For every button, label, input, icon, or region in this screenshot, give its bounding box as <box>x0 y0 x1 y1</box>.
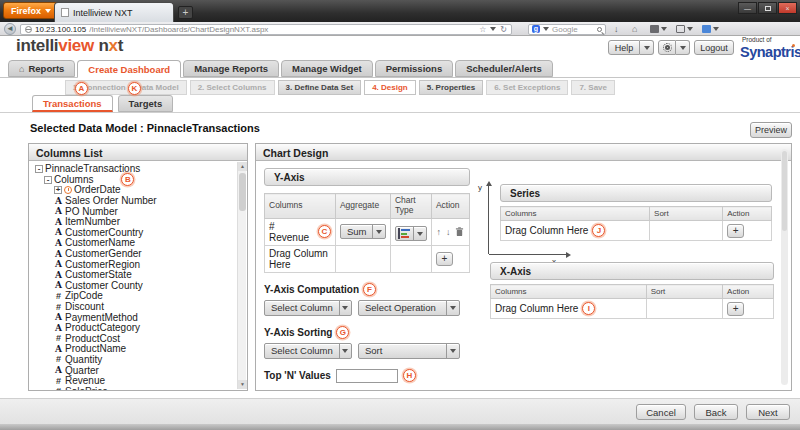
wizard-step[interactable]: 3. Define Data Set <box>278 80 362 95</box>
wizard-step[interactable]: 6. Set Exceptions <box>486 80 568 95</box>
move-up-icon[interactable]: ↑ <box>436 227 441 237</box>
nav-tab[interactable]: Scheduler/Alerts <box>455 60 553 77</box>
history-menu-button[interactable] <box>676 25 693 33</box>
drag-column-target[interactable]: Drag Column Here <box>265 245 336 272</box>
settings-dropdown-button[interactable] <box>676 40 690 55</box>
top-n-input[interactable] <box>336 369 398 383</box>
delete-icon[interactable] <box>455 227 464 237</box>
selected-data-model-value: PinnacleTransactions <box>147 122 260 134</box>
column-type-icon <box>54 303 63 312</box>
chart-design-scrollbar[interactable] <box>781 149 788 385</box>
tree-column-item[interactable]: + Customer County <box>32 281 237 292</box>
wizard-step[interactable]: 7. Save <box>571 80 615 95</box>
preview-button[interactable]: Preview <box>750 122 792 138</box>
url-dropdown-icon[interactable] <box>490 27 496 31</box>
nav-tab[interactable]: Manage Reports <box>183 60 279 77</box>
url-path: /IntelliviewNXT/Dashboards/ChartDesignNX… <box>89 25 268 34</box>
nav-tab[interactable]: Manage Widget <box>281 60 373 77</box>
tree-column-item[interactable]: + Quarter <box>32 365 237 376</box>
column-type-icon <box>54 387 63 390</box>
x-axis-drop-row: Drag Column Here I + <box>491 299 774 319</box>
maximize-button[interactable] <box>758 2 777 14</box>
scrollbar-thumb[interactable] <box>782 151 787 231</box>
tree-column-item[interactable]: + Revenue <box>32 376 237 387</box>
tree-column-item[interactable]: + ProductName <box>32 344 237 355</box>
help-button[interactable]: Help <box>608 40 640 55</box>
help-dropdown-button[interactable] <box>640 40 654 55</box>
tree-column-item[interactable]: + ItemNumber <box>32 217 237 228</box>
search-input[interactable]: g Google <box>528 24 606 36</box>
tree-column-item[interactable]: + ProductCategory <box>32 323 237 334</box>
tree-column-item[interactable]: + SalePrice <box>32 386 237 390</box>
expand-icon[interactable]: + <box>54 186 62 194</box>
tree-column-item[interactable]: + Sales Order Number <box>32 196 237 207</box>
cancel-button[interactable]: Cancel <box>636 404 686 420</box>
download-icon[interactable]: ↓ <box>614 24 619 34</box>
refresh-icon[interactable]: ↻ <box>500 25 507 34</box>
add-series-column-button[interactable]: + <box>727 224 744 238</box>
add-y-axis-column-button[interactable]: + <box>436 252 453 266</box>
tree-scrollbar[interactable]: ▲ ▼ <box>237 162 246 389</box>
tree-column-item[interactable]: + CustomerRegion <box>32 259 237 270</box>
footer-bar: Cancel Back Next <box>0 398 800 424</box>
scroll-up-icon[interactable]: ▲ <box>238 162 247 171</box>
column-name: ItemNumber <box>65 217 120 227</box>
wizard-step[interactable]: 5. Properties <box>419 80 483 95</box>
collapse-icon[interactable]: - <box>44 176 52 184</box>
url-bar[interactable]: 10.23.100.105/IntelliviewNXT/Dashboards/… <box>20 24 512 36</box>
home-icon[interactable]: ⌂ <box>632 24 637 34</box>
column-name: PO Number <box>65 207 118 217</box>
chart-type-dropdown[interactable] <box>395 226 427 241</box>
column-name: CustomerGender <box>65 249 142 259</box>
column-name: PaymentMethod <box>65 313 138 323</box>
tree-column-item[interactable]: + PO Number <box>32 206 237 217</box>
drag-column-target[interactable]: Drag Column Here <box>495 303 578 314</box>
collapse-icon[interactable]: - <box>35 165 43 173</box>
tree-columns-node[interactable]: - Columns B <box>32 175 237 186</box>
column-name: OrderDate <box>74 185 121 195</box>
add-x-axis-column-button[interactable]: + <box>727 302 744 316</box>
column-type-icon <box>54 207 63 216</box>
drag-column-target[interactable]: Drag Column Here <box>505 225 588 236</box>
back-button[interactable]: Back <box>694 404 738 420</box>
aggregate-dropdown[interactable]: Sum <box>340 224 386 239</box>
tree-column-item[interactable]: + ProductCost <box>32 334 237 345</box>
browser-tab[interactable]: Intelliview NXT <box>54 2 174 22</box>
computation-operation-dropdown[interactable]: Select Operation <box>358 300 460 316</box>
tree-column-item[interactable]: + CustomerGender <box>32 249 237 260</box>
sort-order-dropdown[interactable]: Sort <box>358 343 460 359</box>
settings-button[interactable] <box>658 40 676 55</box>
bookmark-star-icon[interactable]: ☆ <box>479 25 486 34</box>
tree-root-node[interactable]: - PinnacleTransactions <box>32 164 237 175</box>
computation-column-dropdown[interactable]: Select Column <box>264 300 352 316</box>
tree-column-item[interactable]: + CustomerState <box>32 270 237 281</box>
nav-tab[interactable]: Create Dashboard <box>77 60 181 78</box>
search-icon[interactable] <box>597 27 602 32</box>
columns-list-title: Columns List <box>29 144 247 161</box>
scroll-down-icon[interactable]: ▼ <box>238 380 247 389</box>
bookmarks-menu-button[interactable] <box>650 25 667 33</box>
move-down-icon[interactable]: ↓ <box>446 227 451 237</box>
tab-transactions[interactable]: Transactions <box>32 95 113 112</box>
tree-column-item[interactable]: + Quantity <box>32 355 237 366</box>
wizard-step[interactable]: 4. Design <box>364 80 416 95</box>
scrollbar-thumb[interactable] <box>239 173 246 211</box>
sorting-column-dropdown[interactable]: Select Column <box>264 343 352 359</box>
url-domain: 10.23.100.105 <box>35 25 86 34</box>
minimize-button[interactable]: — <box>738 2 757 14</box>
nav-tab[interactable]: Reports <box>8 60 75 77</box>
back-button[interactable]: ◄ <box>4 23 16 35</box>
new-tab-button[interactable]: + <box>178 6 193 19</box>
firefox-menu-button[interactable]: Firefox <box>3 2 59 19</box>
search-engine-dropdown-icon[interactable] <box>543 27 549 31</box>
tree-column-item[interactable]: + ZipCode <box>32 291 237 302</box>
close-button[interactable]: × <box>778 2 797 14</box>
tree-column-item[interactable]: + Discount <box>32 302 237 313</box>
logout-button[interactable]: Logout <box>694 40 734 55</box>
wizard-step[interactable]: 2. Select Columns <box>190 80 275 95</box>
addon-menu-button[interactable] <box>702 25 719 33</box>
nav-tab[interactable]: Permissions <box>375 60 454 77</box>
tab-targets[interactable]: Targets <box>118 95 174 112</box>
next-button[interactable]: Next <box>746 404 790 420</box>
browser-navbar: ◄ 10.23.100.105/IntelliviewNXT/Dashboard… <box>0 22 800 36</box>
